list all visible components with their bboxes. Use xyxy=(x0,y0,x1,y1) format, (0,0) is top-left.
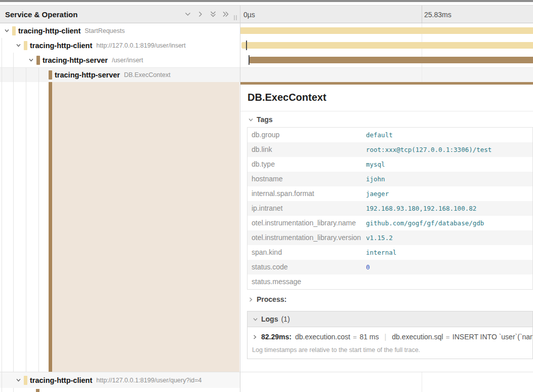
log-field: db.execution.cost = 81 ms xyxy=(295,332,379,341)
tag-value: jaeger xyxy=(366,186,532,201)
process-accordion-header[interactable]: Process: xyxy=(248,295,533,303)
selected-span-color-strip xyxy=(49,82,52,372)
expand-collapse-controls xyxy=(184,10,230,18)
service-name: tracing-http-server xyxy=(43,56,108,64)
logs-count: (1) xyxy=(281,315,290,323)
collapse-all-icon[interactable] xyxy=(209,10,217,18)
tag-value: root:xxx@tcp(127.0.0.1:3306)/test xyxy=(366,142,532,157)
field-separator: | xyxy=(385,333,387,341)
divider xyxy=(240,111,533,111)
process-label: Process: xyxy=(257,295,286,303)
tag-row: hostnameijohn xyxy=(248,172,532,186)
tags-accordion-header[interactable]: Tags xyxy=(248,115,533,124)
span-detail-title: DB.ExecContext xyxy=(248,92,326,103)
logs-accordion-header[interactable]: Logs (1) xyxy=(248,311,532,327)
span-row-timeline xyxy=(240,23,533,38)
span-detail-region: DB.ExecContext Tags db.groupdefault db.l… xyxy=(0,82,533,372)
column-resize-grip[interactable] xyxy=(234,15,237,20)
log-entry[interactable]: 82.29ms: db.execution.cost = 81 ms | db.… xyxy=(248,327,532,345)
chevron-down-icon[interactable] xyxy=(27,57,34,64)
span-row-timeline xyxy=(240,53,533,67)
tag-value: v1.15.2 xyxy=(366,230,532,245)
chevron-right-icon xyxy=(248,296,254,302)
tag-row: db.typemysql xyxy=(248,157,532,172)
tag-key: db.link xyxy=(248,142,366,157)
tag-row: db.linkroot:xxx@tcp(127.0.0.1:3306)/test xyxy=(248,142,532,157)
tag-key: span.kind xyxy=(248,245,366,260)
tag-value: github.com/gogf/gf/database/gdb xyxy=(366,216,532,230)
tag-value: 0 xyxy=(366,260,532,275)
timeline-gridline xyxy=(422,6,422,23)
timeline-tick-start: 0µs xyxy=(243,6,255,23)
collapse-one-icon[interactable] xyxy=(184,10,192,18)
logs-label: Logs xyxy=(261,315,278,323)
span-rows-bottom: tracing-http-client http://127.0.0.1:819… xyxy=(0,372,533,392)
operation-name: http://127.0.0.1:8199/user/insert xyxy=(96,42,186,49)
span-bar[interactable] xyxy=(240,27,533,34)
tag-key: hostname xyxy=(248,172,366,186)
service-color-band xyxy=(49,70,52,80)
service-name: tracing-http-client xyxy=(18,27,80,35)
log-timestamp: 82.29ms: xyxy=(261,333,292,341)
timeline-gridline xyxy=(422,372,422,392)
service-color-band xyxy=(36,389,39,392)
operation-name: http://127.0.0.1:8199/user/query?id=4 xyxy=(96,377,201,384)
expand-all-icon[interactable] xyxy=(222,10,230,18)
tag-key: db.group xyxy=(248,128,366,142)
tags-label: Tags xyxy=(257,115,273,124)
chevron-down-icon[interactable] xyxy=(15,377,22,384)
tag-row: internal.span.formatjaeger xyxy=(248,186,532,201)
span-row-partial xyxy=(0,388,533,392)
tag-key: status.message xyxy=(248,275,366,289)
logs-section: Logs (1) 82.29ms: db.execution.cost = 81… xyxy=(247,311,533,359)
span-bar[interactable] xyxy=(241,42,533,49)
tag-value: mysql xyxy=(366,157,532,172)
tag-value: ijohn xyxy=(366,172,532,186)
span-row-label[interactable]: tracing-http-client http://127.0.0.1:819… xyxy=(0,372,240,388)
tag-row: span.kindinternal xyxy=(248,245,532,260)
span-row-user-insert-server: tracing-http-server /user/insert xyxy=(0,53,533,67)
span-row-start-requests: tracing-http-client StartRequests xyxy=(0,23,533,38)
tag-key: db.type xyxy=(248,157,366,172)
tag-key: status.code xyxy=(248,260,366,275)
service-color-band xyxy=(24,376,27,385)
tags-table: db.groupdefault db.linkroot:xxx@tcp(127.… xyxy=(247,127,533,290)
span-row-label[interactable]: tracing-http-server DB.ExecContext xyxy=(0,68,240,82)
span-row-db-execcontext-selected: tracing-http-server DB.ExecContext xyxy=(0,67,533,82)
chevron-right-icon xyxy=(252,334,258,340)
operation-name: /user/insert xyxy=(112,57,143,64)
span-row-timeline xyxy=(240,38,533,53)
service-name: tracing-http-client xyxy=(30,376,92,384)
tag-value: internal xyxy=(366,245,532,260)
logs-note: Log timestamps are relative to the start… xyxy=(248,345,532,359)
service-color-band xyxy=(24,41,27,50)
chevron-down-icon[interactable] xyxy=(3,27,10,34)
operation-name: DB.ExecContext xyxy=(124,71,171,79)
detail-indent-backdrop xyxy=(0,82,240,372)
service-color-band xyxy=(12,26,16,35)
span-rows: tracing-http-client StartRequests tracin… xyxy=(0,23,533,82)
expand-one-icon[interactable] xyxy=(196,10,204,18)
chevron-down-icon xyxy=(248,116,254,123)
tag-key: otel.instrumentation_library.version xyxy=(248,230,366,245)
log-field: db.execution.sql = INSERT INTO `user`(`n… xyxy=(392,332,532,341)
log-marker xyxy=(246,41,247,50)
span-row-label[interactable]: tracing-http-client http://127.0.0.1:819… xyxy=(0,38,240,53)
service-color-band xyxy=(36,56,40,65)
span-row-label[interactable]: tracing-http-client StartRequests xyxy=(0,23,240,38)
chevron-down-icon xyxy=(252,316,258,322)
service-name: tracing-http-client xyxy=(30,42,92,50)
tag-row: otel.instrumentation_library.versionv1.1… xyxy=(248,230,532,245)
chevron-down-icon[interactable] xyxy=(15,42,22,49)
timeline-ruler: 0µs 25.83ms xyxy=(240,6,533,23)
service-name: tracing-http-server xyxy=(55,71,120,79)
span-row-user-insert-client: tracing-http-client http://127.0.0.1:819… xyxy=(0,38,533,53)
tag-row: otel.instrumentation_library.namegithub.… xyxy=(248,216,532,230)
operation-name: StartRequests xyxy=(85,27,125,34)
tag-row: status.code0 xyxy=(248,260,532,275)
minimap-scrubber[interactable] xyxy=(0,0,533,2)
panel-splitter[interactable] xyxy=(240,5,240,392)
timeline-tick-mid: 25.83ms xyxy=(424,6,452,23)
span-row-label[interactable]: tracing-http-server /user/insert xyxy=(0,53,240,67)
span-bar[interactable] xyxy=(249,57,533,63)
